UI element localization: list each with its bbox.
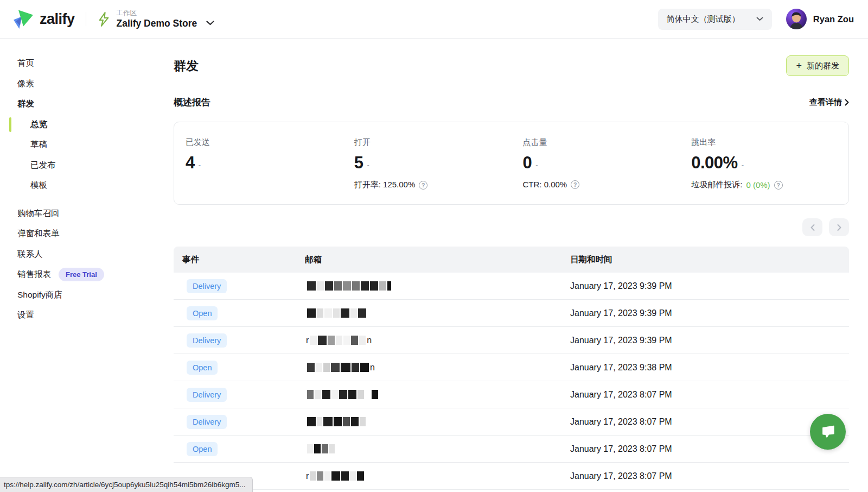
sidebar-item-总览[interactable]: 总览	[0, 115, 163, 135]
pagination	[174, 218, 849, 236]
sidebar-item-首页[interactable]: 首页	[0, 53, 163, 74]
redaction-block	[372, 390, 378, 399]
help-icon[interactable]: ?	[571, 180, 579, 189]
redacted-email	[310, 336, 366, 345]
event-type-badge[interactable]: Open	[187, 306, 218, 320]
sidebar: 首页 像素 群发 总览 草稿 已发布 模板 购物车召回 弹窗和表单 联系人	[0, 39, 163, 326]
workspace-label: 工作区	[117, 9, 197, 17]
chevron-right-icon	[845, 99, 849, 106]
sidebar-item-模板[interactable]: 模板	[0, 175, 163, 196]
table-row[interactable]: Open n January 17, 2023 9:38 PM	[174, 354, 849, 381]
redaction-block	[331, 471, 340, 481]
sidebar-item-草稿[interactable]: 草稿	[0, 135, 163, 155]
table-row[interactable]: Open January 17, 2023 9:39 PM	[174, 300, 849, 327]
redaction-block	[322, 390, 330, 399]
table-row[interactable]: Delivery r n January 17, 2023 9:39 PM	[174, 327, 849, 354]
sidebar-item-Shopify商店[interactable]: Shopify商店	[0, 285, 163, 306]
redaction-block	[315, 390, 321, 399]
event-type-badge[interactable]: Delivery	[187, 279, 227, 293]
redaction-block	[325, 281, 333, 291]
stat-column: 已发送 4 -	[174, 137, 343, 204]
table-row[interactable]: Delivery January 17, 2023 9:39 PM	[174, 273, 849, 300]
language-selector[interactable]: 简体中文（测试版）	[658, 9, 772, 30]
redaction-block	[334, 417, 342, 426]
redaction-block	[310, 336, 317, 345]
event-type-badge[interactable]: Delivery	[187, 415, 227, 429]
sidebar-item-label: 群发	[17, 98, 34, 110]
page-title: 群发	[174, 58, 199, 74]
stat-label: 打开	[354, 137, 512, 148]
stat-substat: 垃圾邮件投诉: 0 (0%) ?	[691, 180, 848, 190]
workspace-switcher[interactable]: 工作区 Zalify Demo Store	[97, 9, 215, 29]
table-row[interactable]: Open January 17, 2023 8:07 PM	[174, 436, 849, 463]
redaction-block	[324, 471, 330, 481]
sidebar-item-购物车召回[interactable]: 购物车召回	[0, 204, 163, 224]
chat-bubble-icon	[818, 422, 838, 441]
stat-trend-dash: -	[535, 161, 538, 169]
event-type-badge[interactable]: Open	[187, 442, 218, 456]
redaction-block	[322, 444, 328, 453]
stat-value: 0	[523, 153, 532, 173]
redaction-block	[331, 363, 340, 372]
redaction-block	[307, 444, 313, 453]
view-details-link[interactable]: 查看详情	[809, 97, 849, 108]
sidebar-item-设置[interactable]: 设置	[0, 305, 163, 326]
sidebar-item-label: 购物车召回	[17, 208, 60, 219]
redaction-block	[341, 363, 350, 372]
stat-substat: CTR: 0.00% ?	[523, 180, 680, 189]
next-page-button[interactable]	[829, 218, 849, 236]
column-header-email: 邮箱	[305, 254, 570, 266]
avatar[interactable]	[786, 9, 807, 29]
stat-substat-green-value: 0 (0%)	[746, 180, 770, 190]
sidebar-item-联系人[interactable]: 联系人	[0, 244, 163, 265]
table-row[interactable]: r January 17, 2023 8:07 PM	[174, 463, 849, 490]
sidebar-item-像素[interactable]: 像素	[0, 74, 163, 94]
sidebar-item-label: 像素	[17, 78, 34, 90]
sidebar-item-群发[interactable]: 群发	[0, 94, 163, 115]
redaction-block	[317, 471, 323, 481]
events-table: 事件 邮箱 日期和时间 Delivery January 17, 2023 9:…	[174, 247, 849, 490]
lightning-icon	[97, 12, 111, 27]
event-type-badge[interactable]: Delivery	[187, 333, 227, 348]
status-bar-url: tps://help.zalify.com/zh/article/6ycj5ou…	[0, 477, 253, 492]
redaction-block	[331, 390, 338, 399]
event-datetime: January 17, 2023 8:07 PM	[570, 471, 849, 481]
chevron-down-icon	[206, 21, 214, 26]
column-header-datetime: 日期和时间	[570, 254, 849, 266]
redaction-block	[350, 308, 357, 318]
table-row[interactable]: Delivery January 17, 2023 8:07 PM	[174, 408, 849, 436]
chat-widget-button[interactable]	[810, 414, 846, 450]
sidebar-item-已发布[interactable]: 已发布	[0, 155, 163, 176]
prev-page-button[interactable]	[802, 218, 822, 236]
redaction-block	[329, 444, 335, 453]
redaction-block	[316, 363, 322, 372]
redaction-block	[339, 390, 347, 399]
event-datetime: January 17, 2023 8:07 PM	[570, 417, 849, 427]
help-icon[interactable]: ?	[419, 181, 427, 190]
stat-substat-text: CTR: 0.00%	[523, 180, 567, 189]
help-icon[interactable]: ?	[774, 181, 783, 190]
sidebar-item-label: 已发布	[30, 160, 56, 171]
table-row[interactable]: Delivery January 17, 2023 8:07 PM	[174, 381, 849, 408]
zalify-logo[interactable]: zalify	[12, 8, 75, 30]
redaction-block	[328, 336, 335, 345]
event-type-badge[interactable]: Delivery	[187, 388, 227, 402]
redacted-email	[307, 444, 335, 453]
sidebar-item-销售报表[interactable]: 销售报表 Free Trial	[0, 264, 163, 285]
stat-column: 跳出率 0.00% - 垃圾邮件投诉: 0 (0%) ?	[680, 137, 848, 204]
sidebar-item-弹窗和表单[interactable]: 弹窗和表单	[0, 224, 163, 244]
event-type-badge[interactable]: Open	[187, 361, 218, 375]
new-campaign-button[interactable]: + 新的群发	[786, 55, 849, 76]
status-url-text: tps://help.zalify.com/zh/article/6ycj5ou…	[4, 481, 246, 489]
table-header: 事件 邮箱 日期和时间	[174, 247, 849, 273]
redaction-block	[323, 363, 330, 372]
overview-stats-card: 已发送 4 - 打开 5 - 打开率: 125.00% ? 点击量	[174, 122, 849, 205]
redaction-block	[341, 471, 349, 481]
redacted-email	[307, 281, 391, 291]
redaction-block	[307, 281, 316, 291]
stat-column: 打开 5 - 打开率: 125.00% ?	[343, 137, 512, 204]
active-indicator	[9, 117, 11, 133]
stat-column: 点击量 0 - CTR: 0.00% ?	[512, 137, 680, 204]
event-datetime: January 17, 2023 9:39 PM	[570, 308, 849, 318]
email-visible-char: r	[306, 471, 309, 481]
